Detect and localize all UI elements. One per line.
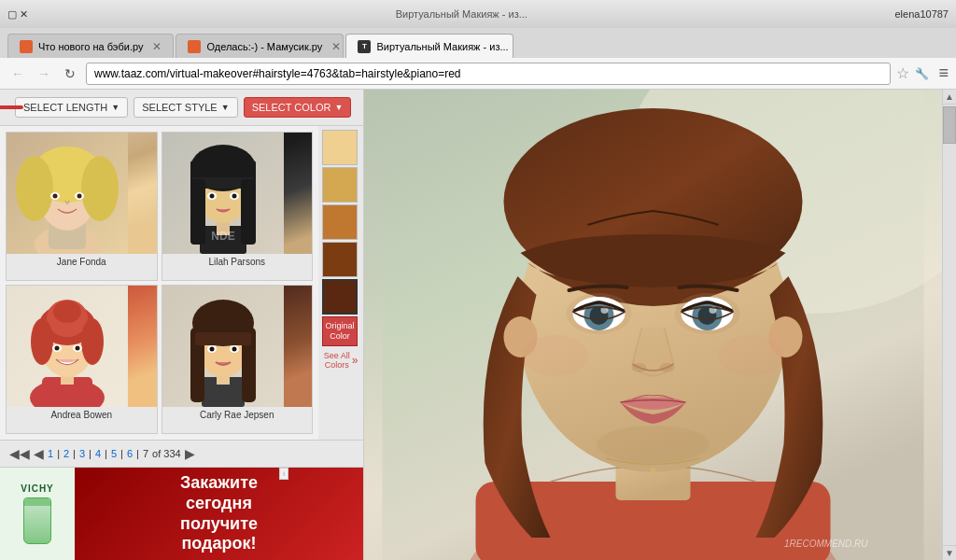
svg-point-9 bbox=[53, 194, 58, 199]
ad-label: i bbox=[279, 468, 288, 480]
ad-content: VICHY Закажитесегодняполучитеподарок! bbox=[0, 468, 363, 560]
hairstyle-name-jane: Jane Fonda bbox=[57, 254, 106, 270]
svg-point-50 bbox=[232, 347, 236, 352]
see-all-arrow-icon: » bbox=[352, 354, 358, 367]
bookmark-star-icon[interactable]: ☆ bbox=[896, 64, 909, 82]
url-input[interactable] bbox=[86, 63, 891, 85]
color-swatch-light-blonde[interactable] bbox=[322, 130, 358, 165]
hairstyle-item-jane[interactable]: Jane Fonda bbox=[6, 132, 158, 281]
hairstyle-image-carly bbox=[162, 286, 313, 407]
hairstyle-item-carly[interactable]: Carly Rae Jepsen bbox=[162, 285, 314, 434]
page-prev-btn[interactable]: ◀ bbox=[34, 446, 44, 461]
svg-rect-18 bbox=[190, 179, 205, 245]
svg-point-6 bbox=[81, 156, 119, 221]
page-7[interactable]: 7 bbox=[143, 448, 148, 459]
svg-point-38 bbox=[76, 346, 80, 351]
scroll-down-btn[interactable]: ▼ bbox=[943, 545, 956, 560]
tabs-bar: Что нового на бэби.ру ✕ Оделась:-) - Мам… bbox=[0, 28, 956, 58]
wrench-icon[interactable]: 🔧 bbox=[915, 67, 929, 80]
window-controls: ▢ ✕ bbox=[7, 8, 28, 21]
tab-baby[interactable]: Что нового на бэби.ру ✕ bbox=[7, 34, 174, 58]
svg-point-76 bbox=[651, 468, 656, 473]
see-all-colors-btn[interactable]: See AllColors » bbox=[322, 348, 359, 374]
select-length-btn[interactable]: SELECT LENGTH ▼ bbox=[15, 97, 128, 118]
length-arrow-icon: ▼ bbox=[111, 103, 120, 112]
select-style-label: SELECT STYLE bbox=[142, 102, 218, 113]
website-panel: SELECT LENGTH ▼ SELECT STYLE ▼ SELECT CO… bbox=[0, 90, 364, 560]
color-swatch-dark-blonde[interactable] bbox=[322, 204, 358, 240]
color-swatch-golden-blonde[interactable] bbox=[322, 167, 358, 203]
svg-point-22 bbox=[209, 194, 214, 199]
tab-taaz-label: Виртуальный Макияж - из... bbox=[376, 41, 508, 52]
ad-left: VICHY bbox=[0, 468, 75, 560]
svg-point-5 bbox=[16, 156, 53, 221]
ad-banner: i VICHY Закажитесегодняполучитеподарок! bbox=[0, 467, 363, 560]
main-content: Jane Fonda bbox=[0, 126, 363, 440]
page-sep-5: | bbox=[120, 448, 123, 459]
ad-right[interactable]: Закажитесегодняполучитеподарок! bbox=[75, 468, 363, 560]
scroll-thumb[interactable] bbox=[943, 106, 956, 144]
browser-window: ▢ ✕ Виртуальный Макияж - из... elena1078… bbox=[0, 0, 956, 560]
select-style-btn[interactable]: SELECT STYLE ▼ bbox=[134, 97, 237, 118]
page-3[interactable]: 3 bbox=[79, 448, 85, 459]
page-first-btn[interactable]: ◀◀ bbox=[9, 446, 30, 461]
page-sep-4: | bbox=[105, 448, 107, 459]
menu-icon[interactable]: ≡ bbox=[938, 63, 949, 83]
preview-panel: 1RECOMMEND.RU bbox=[364, 90, 942, 560]
scrollbar[interactable]: ▲ ▼ bbox=[942, 90, 956, 560]
page-6[interactable]: 6 bbox=[127, 448, 133, 459]
window-title: Виртуальный Макияж - из... bbox=[32, 8, 891, 20]
tab-mamusik-label: Оделась:-) - Мамусик.ру bbox=[206, 41, 322, 52]
page-5[interactable]: 5 bbox=[111, 448, 117, 459]
page-1[interactable]: 1 bbox=[48, 448, 53, 459]
svg-point-10 bbox=[77, 194, 82, 199]
page-sep-6: | bbox=[136, 448, 139, 459]
hairstyle-name-lilah: Lilah Parsons bbox=[208, 254, 265, 270]
hairstyle-grid: Jane Fonda bbox=[0, 126, 318, 440]
forward-button[interactable]: → bbox=[34, 63, 54, 84]
original-color-label: OriginalColor bbox=[325, 321, 354, 341]
page-of: of 334 bbox=[152, 448, 181, 459]
see-all-label: See AllColors bbox=[324, 351, 350, 371]
color-swatch-brown[interactable] bbox=[322, 242, 358, 277]
page-4[interactable]: 4 bbox=[95, 448, 101, 459]
scroll-up-icon: ▲ bbox=[945, 91, 954, 102]
svg-point-32 bbox=[53, 301, 81, 323]
face-svg: 1RECOMMEND.RU bbox=[364, 90, 942, 560]
refresh-button[interactable]: ↻ bbox=[60, 63, 80, 84]
svg-rect-19 bbox=[241, 179, 256, 245]
tab-mamusik-close[interactable]: ✕ bbox=[331, 40, 341, 53]
page-sep-2: | bbox=[73, 448, 76, 459]
ad-text: Закажитесегодняполучитеподарок! bbox=[180, 473, 258, 553]
page-2[interactable]: 2 bbox=[63, 448, 69, 459]
style-arrow-icon: ▼ bbox=[221, 103, 230, 112]
color-swatch-dark-brown[interactable] bbox=[322, 279, 358, 315]
svg-text:1RECOMMEND.RU: 1RECOMMEND.RU bbox=[784, 539, 868, 549]
svg-point-49 bbox=[209, 347, 214, 352]
tab-taaz[interactable]: T Виртуальный Макияж - из... ✕ bbox=[345, 34, 513, 58]
svg-point-23 bbox=[232, 194, 236, 199]
hairstyle-name-andrea: Andrea Bowen bbox=[50, 407, 112, 423]
original-color-btn[interactable]: OriginalColor bbox=[322, 316, 358, 346]
tab-mamusik[interactable]: Оделась:-) - Мамусик.ру ✕ bbox=[176, 34, 344, 58]
svg-point-73 bbox=[598, 426, 710, 463]
back-button[interactable]: ← bbox=[7, 63, 28, 84]
title-bar: ▢ ✕ Виртуальный Макияж - из... elena1078… bbox=[0, 0, 956, 28]
svg-text:NDE: NDE bbox=[211, 230, 234, 243]
product-image bbox=[23, 497, 51, 544]
color-arrow-icon: ▼ bbox=[334, 103, 343, 112]
preview-face: 1RECOMMEND.RU bbox=[364, 90, 942, 560]
tab-baby-icon bbox=[20, 40, 33, 53]
scroll-up-btn[interactable]: ▲ bbox=[943, 90, 956, 105]
address-bar: ← → ↻ ☆ 🔧 ≡ bbox=[0, 58, 956, 90]
hairstyle-item-andrea[interactable]: Andrea Bowen bbox=[6, 285, 158, 434]
tab-baby-close[interactable]: ✕ bbox=[152, 40, 162, 53]
vichy-logo: VICHY bbox=[21, 483, 54, 494]
controls-bar: SELECT LENGTH ▼ SELECT STYLE ▼ SELECT CO… bbox=[0, 90, 363, 126]
page-sep-1: | bbox=[57, 448, 60, 459]
page-next-btn[interactable]: ▶ bbox=[185, 446, 195, 461]
page-sep-3: | bbox=[89, 448, 91, 459]
select-color-btn[interactable]: SELECT COLOR ▼ bbox=[244, 97, 352, 118]
select-color-label: SELECT COLOR bbox=[252, 102, 331, 113]
hairstyle-item-lilah[interactable]: NDE Lilah Parsons bbox=[162, 132, 314, 281]
